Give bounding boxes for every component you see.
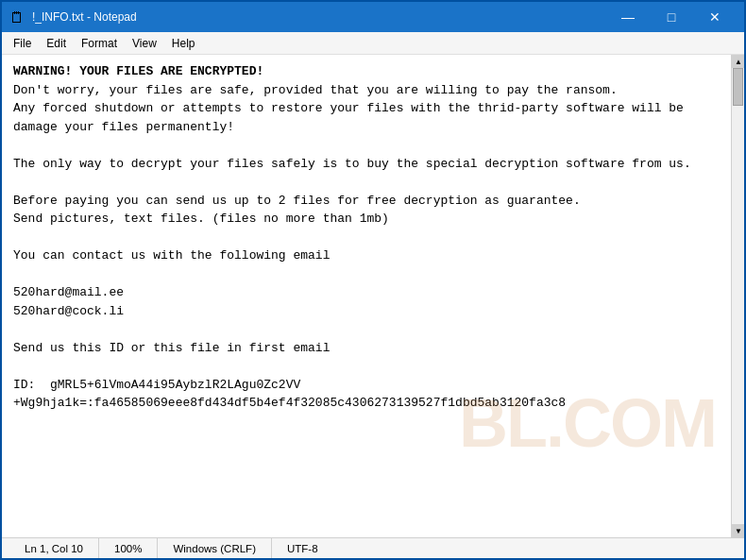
cursor-position: Ln 1, Col 10 (9, 538, 99, 558)
scrollbar-thumb[interactable] (733, 68, 743, 106)
menu-help[interactable]: Help (164, 35, 203, 52)
scroll-up-button[interactable]: ▲ (732, 55, 744, 68)
encoding: UTF-8 (272, 538, 333, 558)
window-controls: — □ ✕ (606, 2, 737, 32)
vertical-scrollbar[interactable]: ▲ ▼ (731, 55, 744, 537)
menu-edit[interactable]: Edit (39, 35, 74, 52)
notepad-window: 🗒 !_INFO.txt - Notepad — □ ✕ File Edit F… (0, 0, 746, 560)
menu-view[interactable]: View (125, 35, 164, 52)
menu-bar: File Edit Format View Help (2, 32, 744, 55)
text-editor[interactable]: WARNING! YOUR FILES ARE ENCRYPTED! Don't… (2, 55, 731, 537)
close-button[interactable]: ✕ (693, 2, 737, 32)
warning-line: WARNING! YOUR FILES ARE ENCRYPTED! (13, 64, 263, 78)
content-area: WARNING! YOUR FILES ARE ENCRYPTED! Don't… (2, 55, 744, 537)
position-text: Ln 1, Col 10 (25, 543, 83, 554)
menu-file[interactable]: File (6, 35, 39, 52)
encoding-text: UTF-8 (287, 543, 318, 554)
line-ending-text: Windows (CRLF) (173, 543, 256, 554)
status-bar: Ln 1, Col 10 100% Windows (CRLF) UTF-8 (2, 537, 744, 558)
maximize-button[interactable]: □ (650, 2, 693, 32)
zoom-text: 100% (114, 543, 142, 554)
zoom-level: 100% (99, 538, 158, 558)
scroll-down-button[interactable]: ▼ (732, 524, 744, 537)
menu-format[interactable]: Format (74, 35, 125, 52)
line-ending: Windows (CRLF) (158, 538, 272, 558)
scrollbar-track (732, 68, 744, 524)
minimize-button[interactable]: — (606, 2, 650, 32)
app-icon: 🗒 (9, 9, 25, 25)
title-bar: 🗒 !_INFO.txt - Notepad — □ ✕ (2, 2, 744, 32)
window-title: !_INFO.txt - Notepad (32, 10, 599, 24)
